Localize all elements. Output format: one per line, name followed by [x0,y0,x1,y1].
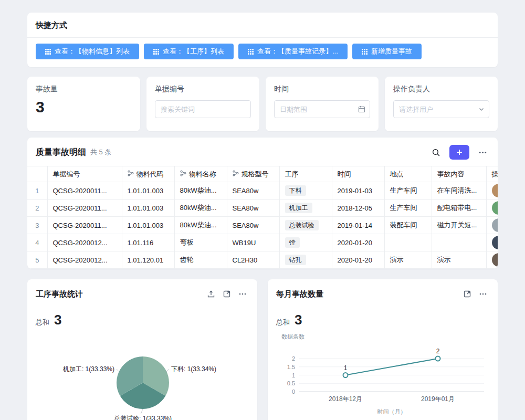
time-label: 时间 [274,85,370,94]
chevron-down-icon[interactable] [478,106,485,112]
process-tag: 钻孔 [285,255,306,265]
avatar [492,218,498,232]
pie-card-title: 工序事故统计 [36,289,83,299]
cell-name: 80kW柴油... [174,182,227,200]
cell-code: 1.01.116 [122,234,174,251]
table-row[interactable]: 3QCSG-2020011...1.01.01.00380kW柴油...SEA8… [27,217,498,234]
grid-icon [45,49,51,55]
cell-place: 装配车间 [384,217,432,234]
cell-spec: SEA80w [227,200,279,217]
cell-owner [486,251,498,269]
shortcut-button-label: 新增质量事故 [371,47,412,56]
column-header-code[interactable]: 物料代码 [122,166,174,182]
add-record-button[interactable] [449,145,469,160]
svg-text:数据条数: 数据条数 [281,333,304,340]
more-icon[interactable] [476,146,489,159]
column-header-spec[interactable]: 规格型号 [227,166,279,182]
search-icon[interactable] [429,146,443,159]
column-header-name[interactable]: 物料名称 [174,166,227,182]
shortcuts-card: 快捷方式 查看：【物料信息】列表查看：【工序】列表查看：【质量事故记录】...新… [27,13,498,67]
quality-incident-table: 单据编号物料代码物料名称规格型号工序时间地点事故内容操作负责人1QCSG-202… [27,166,498,269]
shortcut-button-3[interactable]: 查看：【质量事故记录】... [238,44,348,59]
column-label: 地点 [390,170,404,178]
table-row[interactable]: 1QCSG-2020011...1.01.01.00380kW柴油...SEA8… [27,182,498,200]
cell-code: 1.01.01.003 [122,217,174,234]
cell-process: 总装试验 [279,217,332,234]
svg-text:1: 1 [344,364,348,372]
shortcuts-title: 快捷方式 [27,13,498,37]
line-total: 总和 3 [276,312,489,328]
cell-owner [486,182,498,200]
cell-content: 配电箱带电... [432,200,486,217]
column-header-date[interactable]: 时间 [332,166,384,182]
cell-doc: QCSG-2020011... [47,217,122,234]
filter-row: 事故量 3 单据编号 时间 操作负责人 [27,77,498,131]
column-header-content[interactable]: 事故内容 [432,166,486,182]
doc-no-search-input[interactable] [155,100,251,118]
table-header-bar: 质量事故明细 共 5 条 [27,138,498,166]
cell-owner [486,234,498,251]
shortcut-button-2[interactable]: 查看：【工序】列表 [144,44,234,59]
table-row[interactable]: 2QCSG-2020011...1.01.01.00380kW柴油...SEA8… [27,200,498,217]
total-value: 3 [295,312,302,328]
relation-field-icon [128,170,134,178]
cell-code: 1.01.01.003 [122,200,174,217]
avatar [492,184,498,197]
operator-select-wrap [393,100,489,118]
column-label: 规格型号 [242,170,269,178]
column-header-process[interactable]: 工序 [279,166,332,182]
cell-code: 1.01.120.01 [122,251,174,269]
column-header-doc[interactable]: 单据编号 [47,166,122,182]
table-row[interactable]: 4QCSG-2020012...1.01.116弯板WB19U镗2020-01-… [27,234,498,251]
doc-no-filter-card: 单据编号 [146,77,259,131]
cell-name: 弯板 [174,234,227,251]
date-range-input[interactable] [274,100,370,118]
process-tag: 镗 [285,237,300,248]
shortcut-button-4[interactable]: 新增质量事故 [352,44,422,59]
svg-text:2018年12月: 2018年12月 [329,395,362,403]
column-label: 工序 [285,170,299,178]
total-value: 3 [54,312,61,328]
cell-name: 齿轮 [174,251,227,269]
cell-spec: CL2H30 [227,251,279,269]
open-in-new-icon[interactable] [220,288,233,300]
cell-place: 生产车间 [384,182,432,200]
cell-name: 80kW柴油... [174,200,227,217]
shortcut-button-label: 查看：【质量事故记录】... [257,47,338,56]
more-icon[interactable] [477,288,489,300]
monthly-count-card: 每月事故数量 总和 3 数据条数00.511.5212018年12月22019年… [268,279,498,420]
cell-place [384,234,432,251]
cell-doc: QCSG-2020012... [47,251,122,269]
accident-count-card: 事故量 3 [27,77,140,131]
process-tag: 机加工 [285,203,312,213]
table-header-row: 单据编号物料代码物料名称规格型号工序时间地点事故内容操作负责人 [27,166,498,182]
cell-code: 1.01.01.003 [122,182,174,200]
column-header-owner[interactable]: 操作负责人 [486,166,498,182]
doc-no-label: 单据编号 [155,85,251,94]
svg-text:0.5: 0.5 [287,380,295,386]
charts-row: 工序事故统计 总和 3 下料: 1(33.34%)机加工: 1(33 [27,279,498,420]
column-label: 物料代码 [136,170,164,178]
cell-name: 80kW柴油... [174,217,227,234]
svg-text:机加工: 1(33.33%): 机加工: 1(33.33%) [62,365,114,373]
svg-text:1: 1 [292,372,295,379]
plus-icon [456,149,463,155]
open-in-new-icon[interactable] [461,288,474,300]
shortcut-button-1[interactable]: 查看：【物料信息】列表 [36,44,139,59]
cell-date: 2019-01-03 [332,182,384,200]
more-icon[interactable] [236,288,249,300]
export-icon[interactable] [205,288,217,300]
user-select[interactable] [393,100,489,118]
cell-content [432,234,486,251]
cell-process: 下料 [279,182,332,200]
cell-owner [486,217,498,234]
calendar-icon[interactable] [358,106,365,113]
cell-doc: QCSG-2020011... [47,182,122,200]
table-row[interactable]: 5QCSG-2020012...1.01.120.01齿轮CL2H30钻孔202… [27,251,498,269]
cell-no: 2 [27,200,47,217]
column-header-place[interactable]: 地点 [384,166,432,182]
shortcut-button-label: 查看：【物料信息】列表 [55,47,130,56]
grid-icon [248,49,254,55]
table-scroll-area[interactable]: 单据编号物料代码物料名称规格型号工序时间地点事故内容操作负责人1QCSG-202… [27,166,498,269]
column-label: 事故内容 [437,170,465,178]
